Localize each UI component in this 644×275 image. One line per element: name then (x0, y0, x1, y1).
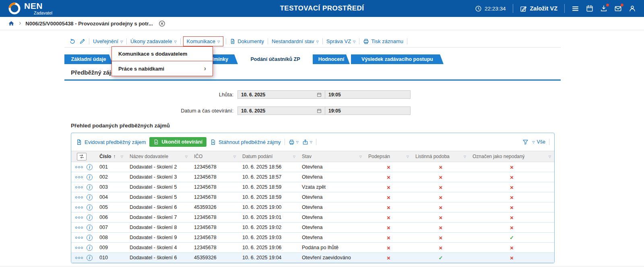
otevirani-date-input[interactable]: 10. 6. 2025 (237, 106, 325, 115)
column-header-cislo[interactable]: Číslo↑ ▽ (96, 151, 126, 162)
column-filter-icon[interactable]: ▽ (121, 155, 123, 158)
create-vz-button[interactable]: Založit VZ (520, 5, 557, 12)
menu-tisk-zaznamu[interactable]: Tisk záznamu (363, 38, 403, 44)
form-row-oteviranie: Datum a čas otevírání: 10. 6. 2025 19:05 (64, 106, 561, 115)
download-icon[interactable] (600, 5, 607, 12)
tab-hodnoceni[interactable]: Hodnocení (313, 54, 350, 64)
column-header-ico[interactable]: IČO▽ (191, 151, 239, 162)
cell-stav: Otevřena (299, 192, 365, 202)
table-row[interactable]: i007Dodavatel - školení 81234567810. 6. … (71, 223, 554, 233)
cell-info: i (83, 243, 96, 253)
otevirani-time-input[interactable]: 19:05 (325, 106, 411, 115)
table-row[interactable]: i006Dodavatel - školení 71234567810. 6. … (71, 212, 554, 223)
menu-komunikace[interactable]: Komunikace ▽ (183, 36, 224, 46)
cross-icon: × (439, 214, 443, 221)
top-header: NEN Zadavatel TESTOVACÍ PROSTŘEDÍ 22:23:… (0, 0, 644, 17)
calendar-icon[interactable] (586, 5, 593, 12)
column-header-podepsan[interactable]: Podepsán▽ (365, 151, 412, 162)
row-menu-icon[interactable] (75, 166, 83, 168)
row-menu-icon[interactable] (75, 196, 83, 198)
row-menu-icon[interactable] (75, 257, 83, 259)
row-menu-icon[interactable] (75, 176, 83, 178)
info-icon[interactable]: i (87, 245, 93, 251)
column-header-listinna-podoba[interactable]: Listinná podoba▽ (412, 151, 469, 162)
info-icon[interactable]: i (87, 225, 93, 231)
tab-podani-ucastniku-zp[interactable]: Podání účastníků ZP (239, 54, 312, 64)
column-filter-icon[interactable]: ▽ (185, 155, 188, 158)
table-row[interactable]: i009Dodavatel - školení 41234567810. 6. … (71, 243, 554, 253)
column-filter-icon[interactable]: ▽ (549, 155, 551, 158)
column-filter-icon[interactable]: ▽ (359, 155, 362, 158)
menu-item-prace-s-nabidkami[interactable]: Práce s nabídkami › (112, 61, 213, 76)
cell-listinna-podoba: × (412, 192, 469, 202)
menu-icon[interactable] (572, 5, 579, 12)
row-menu-icon[interactable] (75, 237, 83, 239)
row-menu-icon[interactable] (75, 217, 83, 219)
info-icon[interactable]: i (87, 164, 93, 170)
home-icon[interactable] (8, 20, 14, 27)
cell-listinna-podoba: × (412, 233, 469, 243)
edit-icon[interactable] (79, 38, 85, 44)
row-menu-icon[interactable] (75, 206, 83, 208)
breadcrumb-close-icon[interactable] (159, 20, 165, 27)
stahnout-button[interactable]: Stáhnout předběžné zájmy (210, 139, 281, 145)
separator (268, 38, 268, 44)
lhuta-time-input[interactable]: 19:05 (325, 90, 411, 99)
history-icon[interactable] (69, 38, 76, 45)
column-settings-icon[interactable] (77, 153, 87, 160)
menu-item-komunikace-s-dodavatelem[interactable]: Komunikace s dodavatelem (112, 47, 213, 61)
mail-icon[interactable] (614, 5, 622, 12)
row-menu-icon[interactable] (75, 186, 83, 188)
column-header-datum-podani[interactable]: Datum podání▽ (239, 151, 299, 162)
table-row[interactable]: i004Dodavatel - školení 51234567810. 6. … (71, 192, 554, 202)
table-row[interactable]: i002Dodavatel - školení 31234567810. 6. … (71, 172, 554, 182)
cross-icon: × (510, 204, 514, 211)
cell-listinna-podoba: × (412, 162, 469, 172)
column-filter-icon[interactable]: ▽ (464, 155, 466, 158)
export-icon[interactable]: ▽ (302, 139, 312, 145)
menu-uverejneni[interactable]: Uveřejnění ▽ (93, 38, 123, 44)
menu-dokumenty[interactable]: Dokumenty (230, 38, 264, 44)
cell-row-menu (71, 243, 83, 253)
info-icon[interactable]: i (87, 215, 93, 221)
menu-nestandardni-stav[interactable]: Nestandardní stav ▽ (272, 38, 319, 44)
info-icon[interactable]: i (87, 194, 93, 200)
dropdown-arrow-icon: ▽ (353, 40, 355, 44)
column-filter-icon[interactable]: ▽ (293, 155, 295, 158)
info-icon[interactable]: i (87, 255, 93, 261)
row-menu-icon[interactable] (75, 247, 83, 249)
menu-sprava-vz[interactable]: Správa VZ ▽ (326, 38, 356, 44)
info-icon[interactable]: i (87, 184, 93, 190)
column-header-stav[interactable]: Stav▽ (299, 151, 365, 162)
menu-dokumenty-label: Dokumenty (237, 38, 264, 44)
info-icon[interactable]: i (87, 174, 93, 180)
table-row[interactable]: i008Dodavatel - školení 91234567810. 6. … (71, 233, 554, 243)
lhuta-date-input[interactable]: 10. 6. 2025 (237, 90, 325, 99)
column-filter-icon[interactable]: ▽ (233, 155, 236, 158)
column-filter-icon[interactable]: ▽ (407, 155, 409, 158)
user-icon[interactable] (629, 5, 636, 12)
filter-icon[interactable] (522, 139, 528, 145)
check-icon: ✓ (510, 235, 514, 241)
cell-cislo: 005 (96, 202, 126, 212)
ukoncit-otevirani-button[interactable]: Ukončit otevírání (149, 137, 206, 147)
filter-vse-dropdown[interactable]: ▽ Vše (532, 139, 545, 145)
evidovat-button[interactable]: Evidovat předběžný zájem (76, 139, 146, 145)
table-row[interactable]: i003Dodavatel - školení 51234567810. 6. … (71, 182, 554, 192)
print-table-icon[interactable]: ▽ (289, 139, 299, 145)
tab-vysledek-zadavaciho-postupu[interactable]: Výsledek zadávacího postupu (351, 54, 444, 64)
nen-brand[interactable]: NEN Zadavatel (8, 2, 52, 15)
tab-zakladni-udaje[interactable]: Základní údaje (64, 54, 113, 64)
menu-ukony-zadavatele[interactable]: Úkony zadavatele ▽ (130, 38, 177, 44)
breadcrumb-item[interactable]: N006/25/V00005438 - Provozování prodejny… (25, 21, 153, 27)
column-header-oznacen-jako-nepodany[interactable]: Označen jako nepodaný▽ (469, 151, 554, 162)
table-row[interactable]: i005Dodavatel - školení 64535932610. 6. … (71, 202, 554, 212)
row-menu-icon[interactable] (75, 227, 83, 229)
info-icon[interactable]: i (87, 204, 93, 210)
table-row[interactable]: i001Dodavatel - školení 21234567810. 6. … (71, 162, 554, 172)
check-icon: ✓ (439, 255, 443, 261)
bottom-divider (0, 266, 644, 267)
info-icon[interactable]: i (87, 235, 93, 241)
column-header-nazev[interactable]: Název dodavatele▽ (126, 151, 191, 162)
table-row[interactable]: i010Dodavatel - školení 64535932610. 6. … (71, 253, 554, 263)
